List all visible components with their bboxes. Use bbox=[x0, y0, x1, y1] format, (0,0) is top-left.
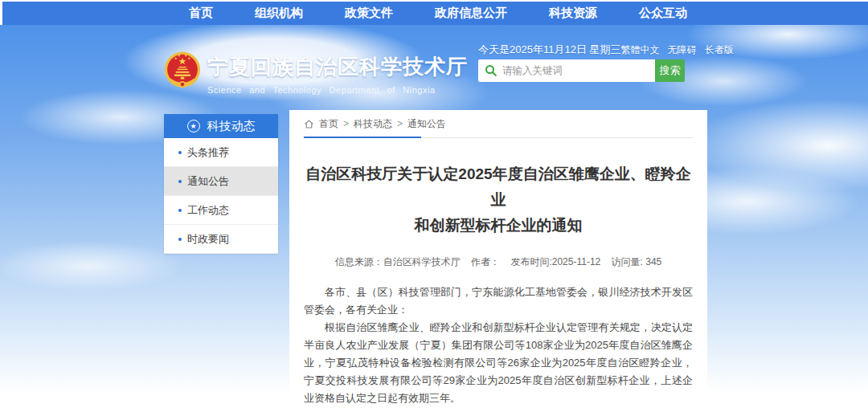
current-date: 今天是2025年11月12日 星期三 bbox=[478, 43, 621, 57]
sidebar-title: 科技动态 bbox=[207, 119, 256, 134]
search-button[interactable]: 搜索 bbox=[655, 59, 685, 82]
sidebar-list: 头条推荐 通知公告 工作动态 时政要闻 bbox=[164, 138, 278, 254]
meta-publish-time: 发布时间:2025-11-12 bbox=[510, 256, 600, 267]
bullet-icon bbox=[178, 151, 182, 154]
article-body: 各市、县（区）科技管理部门，宁东能源化工基地管委会，银川经济技术开发区管委会，各… bbox=[304, 284, 693, 407]
search-bar: 搜索 bbox=[478, 59, 685, 82]
national-emblem-logo bbox=[164, 50, 201, 92]
nav-item-tech-resources[interactable]: 科技资源 bbox=[549, 6, 597, 21]
breadcrumb-separator: > bbox=[343, 118, 349, 129]
nav-item-organization[interactable]: 组织机构 bbox=[255, 6, 303, 21]
sidebar-item-work-dynamics[interactable]: 工作动态 bbox=[164, 196, 278, 225]
sidebar-item-label: 工作动态 bbox=[187, 203, 229, 218]
sidebar-item-label: 通知公告 bbox=[187, 174, 229, 189]
article-title: 自治区科技厅关于认定2025年度自治区雏鹰企业、瞪羚企业 和创新型标杆企业的通知 bbox=[304, 161, 693, 239]
nav-item-policy-documents[interactable]: 政策文件 bbox=[345, 6, 393, 21]
meta-source: 信息来源：自治区科学技术厅 bbox=[335, 256, 461, 267]
main-content: 首页 > 科技动态 > 通知公告 自治区科技厅关于认定2025年度自治区雏鹰企业… bbox=[289, 110, 707, 412]
sidebar-header: ★ 科技动态 bbox=[164, 114, 278, 138]
quick-links: 繁體中文 无障碍 长者版 bbox=[621, 43, 734, 57]
star-circle-icon: ★ bbox=[187, 120, 200, 133]
link-traditional-chinese[interactable]: 繁體中文 bbox=[621, 43, 660, 57]
site-subtitle: Science and Technology Department of Nin… bbox=[207, 85, 448, 95]
sidebar-item-label: 时政要闻 bbox=[187, 232, 229, 247]
bullet-icon bbox=[178, 238, 182, 241]
sidebar: ★ 科技动态 头条推荐 通知公告 工作动态 时政要闻 bbox=[164, 114, 278, 254]
site-title: 宁夏回族自治区科学技术厅 bbox=[207, 53, 448, 81]
top-navigation: 首页 组织机构 政策文件 政府信息公开 科技资源 公众互动 bbox=[2, 2, 868, 25]
breadcrumb-tech-dynamics[interactable]: 科技动态 bbox=[354, 117, 392, 131]
nav-item-public-interaction[interactable]: 公众互动 bbox=[639, 6, 687, 21]
top-utility-bar: 今天是2025年11月12日 星期三 繁體中文 无障碍 长者版 bbox=[478, 43, 702, 57]
article-paragraph: 各市、县（区）科技管理部门，宁东能源化工基地管委会，银川经济技术开发区管委会，各… bbox=[304, 284, 693, 319]
breadcrumb-notices[interactable]: 通知公告 bbox=[407, 117, 446, 131]
breadcrumb-accent-line bbox=[304, 137, 421, 138]
breadcrumb: 首页 > 科技动态 > 通知公告 bbox=[304, 110, 693, 138]
nav-item-home[interactable]: 首页 bbox=[189, 6, 213, 21]
breadcrumb-home[interactable]: 首页 bbox=[319, 117, 338, 131]
bullet-icon bbox=[178, 180, 182, 183]
sidebar-item-headline-recommend[interactable]: 头条推荐 bbox=[164, 138, 278, 167]
page: 首页 组织机构 政策文件 政府信息公开 科技资源 公众互动 宁夏回族 bbox=[0, 0, 868, 412]
meta-author: 作者： bbox=[471, 256, 500, 267]
bullet-icon bbox=[178, 209, 182, 212]
emblem-icon bbox=[164, 50, 201, 92]
article-meta: 信息来源：自治区科学技术厅 作者： 发布时间:2025-11-12 访问量: 3… bbox=[304, 255, 693, 269]
search-icon bbox=[485, 64, 497, 77]
nav-item-gov-info-disclosure[interactable]: 政府信息公开 bbox=[435, 6, 507, 21]
search-input-wrap bbox=[478, 59, 655, 82]
breadcrumb-separator: > bbox=[397, 118, 403, 129]
article-title-line1: 自治区科技厅关于认定2025年度自治区雏鹰企业、瞪羚企业 bbox=[304, 161, 693, 213]
sidebar-item-label: 头条推荐 bbox=[187, 145, 229, 160]
link-accessibility[interactable]: 无障碍 bbox=[668, 43, 697, 57]
article-paragraph: 根据自治区雏鹰企业、瞪羚企业和创新型标杆企业认定管理有关规定，决定认定半亩良人农… bbox=[304, 319, 693, 407]
sidebar-item-notices[interactable]: 通知公告 bbox=[164, 167, 278, 196]
link-elderly-version[interactable]: 长者版 bbox=[705, 43, 734, 57]
search-input[interactable] bbox=[478, 59, 655, 82]
site-title-block: 宁夏回族自治区科学技术厅 Science and Technology Depa… bbox=[207, 53, 448, 95]
meta-views: 访问量: 345 bbox=[612, 256, 662, 267]
home-icon bbox=[304, 119, 314, 129]
article-title-line2: 和创新型标杆企业的通知 bbox=[304, 213, 693, 239]
sidebar-item-current-politics[interactable]: 时政要闻 bbox=[164, 225, 278, 254]
